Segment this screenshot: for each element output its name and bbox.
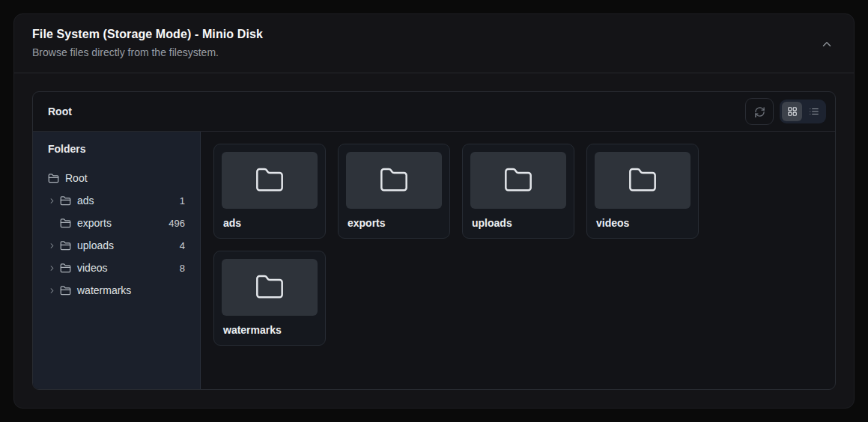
grid-icon	[787, 106, 798, 117]
folder-icon	[503, 165, 533, 195]
folder-tree-item-watermarks[interactable]: watermarks	[48, 279, 185, 302]
folder-tree-label: ads	[77, 195, 174, 207]
folder-card-name: watermarks	[222, 324, 318, 336]
refresh-icon	[754, 106, 765, 117]
browser-content: Folders Root ads 1	[33, 132, 835, 389]
folder-icon	[628, 165, 658, 195]
folder-tree-label: videos	[77, 262, 174, 274]
folder-card-exports[interactable]: exports	[338, 144, 450, 239]
current-location-label: Root	[48, 106, 72, 117]
folder-icon	[60, 195, 71, 207]
folder-icon	[60, 285, 71, 296]
list-icon	[809, 106, 819, 117]
folder-thumbnail	[595, 152, 691, 209]
folder-icon	[60, 218, 71, 229]
file-browser: Root	[32, 91, 836, 390]
folder-tree-item-videos[interactable]: videos 8	[48, 257, 185, 279]
folder-count-badge: 8	[180, 263, 185, 274]
folder-card-name: uploads	[470, 217, 566, 229]
chevron-right-icon[interactable]	[48, 287, 60, 295]
panel-header: File System (Storage Mode) - Minio Disk …	[14, 14, 854, 73]
folder-tree-item-uploads[interactable]: uploads 4	[48, 234, 185, 257]
folder-thumbnail	[346, 152, 442, 209]
folder-card-videos[interactable]: videos	[586, 144, 699, 239]
folder-count-badge: 4	[180, 240, 185, 251]
folder-card-uploads[interactable]: uploads	[462, 144, 574, 239]
folder-tree-label: exports	[77, 217, 163, 229]
folder-thumbnail	[222, 259, 318, 316]
chevron-right-icon[interactable]	[48, 264, 60, 272]
folder-tree-item-root[interactable]: Root	[48, 167, 185, 189]
filesystem-panel: File System (Storage Mode) - Minio Disk …	[13, 13, 855, 409]
browser-toolbar: Root	[33, 92, 835, 132]
page-subtitle: Browse files directly from the filesyste…	[32, 46, 836, 58]
folder-tree-label: uploads	[77, 239, 174, 251]
chevron-right-icon[interactable]	[48, 242, 60, 250]
refresh-button[interactable]	[745, 98, 774, 125]
folder-icon	[379, 165, 409, 195]
folder-count-badge: 1	[180, 195, 185, 207]
view-mode-toggle	[780, 100, 826, 123]
folder-tree-item-exports[interactable]: exports 496	[48, 212, 185, 234]
folder-tree-label: Root	[65, 172, 179, 184]
folder-card-ads[interactable]: ads	[213, 144, 326, 239]
folder-icon	[48, 173, 59, 184]
folder-thumbnail	[222, 152, 318, 209]
chevron-up-icon	[820, 37, 834, 51]
chevron-right-icon[interactable]	[48, 197, 60, 205]
folder-card-name: exports	[346, 217, 442, 229]
folder-tree-item-ads[interactable]: ads 1	[48, 189, 185, 212]
folder-icon	[60, 240, 71, 251]
grid-view-button[interactable]	[782, 102, 802, 121]
folder-card-watermarks[interactable]: watermarks	[213, 251, 326, 346]
folder-grid: ads exports uploads	[201, 132, 835, 389]
sidebar-heading: Folders	[48, 143, 185, 155]
folder-icon	[255, 272, 285, 302]
folder-icon	[255, 165, 285, 195]
folder-tree-label: watermarks	[77, 284, 179, 296]
list-view-button[interactable]	[804, 102, 824, 121]
folder-thumbnail	[470, 152, 566, 209]
folder-card-name: videos	[595, 217, 691, 229]
folder-card-name: ads	[222, 217, 318, 229]
folder-count-badge: 496	[169, 218, 185, 229]
panel-body: Root	[14, 73, 854, 408]
folders-sidebar: Folders Root ads 1	[33, 132, 201, 389]
folder-tree: Root ads 1 exports 496	[48, 167, 185, 302]
collapse-button[interactable]	[816, 34, 837, 55]
toolbar-actions	[745, 98, 826, 125]
page-title: File System (Storage Mode) - Minio Disk	[32, 28, 836, 41]
folder-icon	[60, 263, 71, 274]
